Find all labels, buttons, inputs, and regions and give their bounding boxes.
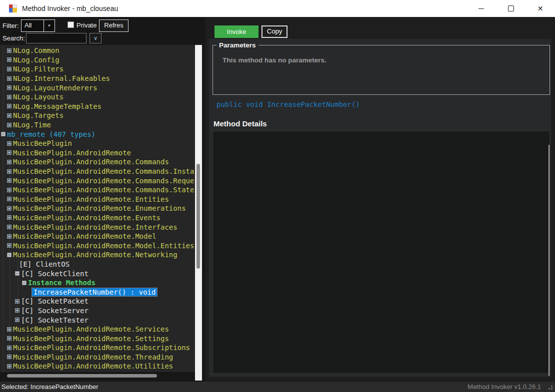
tree-vertical-scrollbar[interactable] (195, 45, 202, 381)
expand-icon[interactable]: + (7, 150, 12, 155)
tree-item[interactable]: −MusicBeePlugin.AndroidRemote.Networking (0, 250, 195, 260)
tree-item[interactable]: +NLog.Internal.Fakeables (0, 74, 195, 83)
tree-item[interactable]: [E] ClientOS (0, 260, 195, 269)
expand-icon[interactable]: + (7, 85, 12, 90)
expand-icon[interactable]: + (7, 197, 12, 201)
tree-item[interactable]: +NLog.Targets (0, 111, 195, 120)
expand-icon[interactable]: + (15, 308, 20, 313)
collapse-icon[interactable]: − (22, 281, 26, 285)
tree-item[interactable]: +MusicBeePlugin.AndroidRemote.Subscripti… (0, 343, 195, 353)
tree-item[interactable]: +MusicBeePlugin.AndroidRemote.Model (0, 232, 195, 241)
tree-item[interactable]: +MusicBeePlugin.AndroidRemote.Services (0, 325, 195, 334)
expand-icon[interactable]: + (7, 76, 12, 81)
minimize-button[interactable] (466, 0, 496, 17)
collapse-icon[interactable]: − (1, 132, 6, 136)
tree-item[interactable]: +MusicBeePlugin.AndroidRemote.Events (0, 213, 195, 223)
tree-item[interactable]: +MusicBeePlugin.AndroidRemote.Commands (0, 157, 195, 167)
expand-icon[interactable]: + (7, 215, 12, 220)
tree-item[interactable]: IncreasePacketNumber() : void (0, 287, 195, 297)
tree-item-label: NLog.Internal.Fakeables (13, 74, 110, 82)
collapse-icon[interactable]: − (15, 271, 20, 276)
expand-icon[interactable]: + (7, 364, 12, 369)
tree-item[interactable]: +NLog.Filters (0, 64, 195, 74)
close-button[interactable]: ✕ (526, 0, 555, 17)
tree-vertical-scrollbar-thumb[interactable] (196, 164, 200, 269)
expand-icon[interactable]: + (7, 104, 12, 108)
tree-item-label: MusicBeePlugin.AndroidRemote.Networking (13, 251, 178, 259)
tree-item[interactable]: +MusicBeePlugin.AndroidRemote.Commands.S… (0, 185, 195, 195)
window-controls: ✕ (466, 0, 555, 17)
expand-icon[interactable]: + (7, 169, 12, 174)
expand-icon[interactable]: + (15, 299, 20, 304)
expand-icon[interactable]: + (7, 57, 12, 62)
tree-item[interactable]: +MusicBeePlugin.AndroidRemote.Enumeratio… (0, 204, 195, 213)
tree-item[interactable]: +MusicBeePlugin.AndroidRemote.Model.Enti… (0, 241, 195, 250)
expand-icon[interactable]: + (7, 355, 12, 359)
tree-item[interactable]: +NLog.MessageTemplates (0, 102, 195, 111)
maximize-button[interactable] (496, 0, 526, 17)
expand-icon[interactable]: + (7, 327, 12, 332)
expand-icon[interactable]: + (7, 225, 12, 229)
tree-item[interactable]: +NLog.Time (0, 120, 195, 130)
tree-item-label: NLog.LayoutRenderers (13, 84, 98, 92)
tree-item-label: MusicBeePlugin.AndroidRemote.Subscriptio… (13, 344, 190, 352)
tree-item-label: MusicBeePlugin (13, 139, 72, 147)
tree-item[interactable]: +NLog.Config (0, 55, 195, 65)
tree-item-label: Instance Methods (28, 279, 96, 287)
search-input[interactable] (26, 33, 86, 43)
tree-item[interactable]: +[C] SocketServer (0, 306, 195, 316)
expand-icon[interactable]: + (7, 141, 12, 146)
tree-item[interactable]: +NLog.LayoutRenderers (0, 83, 195, 92)
expand-icon[interactable]: + (7, 188, 12, 192)
tree-item-label: MusicBeePlugin.AndroidRemote.Utilities (13, 362, 173, 370)
tree-item[interactable]: +MusicBeePlugin.AndroidRemote.Commands.R… (0, 176, 195, 185)
expand-icon[interactable]: + (15, 318, 20, 322)
tree-item[interactable]: +[C] SocketTester (0, 315, 195, 325)
resize-grip-icon[interactable] (551, 388, 552, 390)
expand-icon[interactable]: + (7, 67, 12, 71)
search-dropdown-button[interactable]: ∨ (90, 33, 102, 43)
tree-horizontal-scrollbar-thumb[interactable] (7, 374, 157, 378)
expand-icon[interactable]: + (7, 113, 12, 118)
private-checkbox[interactable] (68, 21, 74, 28)
filter-dropdown[interactable]: All ▼ (21, 19, 55, 32)
tree-item[interactable]: +MusicBeePlugin.AndroidRemote.Utilities (0, 362, 195, 371)
expand-icon[interactable]: + (7, 206, 12, 211)
panel-scrollbar[interactable] (548, 145, 550, 376)
copy-button[interactable]: Copy (262, 25, 288, 38)
tree-item[interactable]: +NLog.Layouts (0, 92, 195, 102)
tree-item[interactable]: +NLog.Common (0, 46, 195, 55)
expand-icon[interactable]: + (7, 234, 12, 239)
expand-icon[interactable]: + (7, 95, 12, 99)
expand-icon[interactable]: + (7, 336, 12, 341)
tree-item[interactable]: +MusicBeePlugin.AndroidRemote.Threading (0, 353, 195, 362)
parameters-groupbox: Parameters This method has no parameters… (212, 45, 550, 95)
tree-item-label: NLog.MessageTemplates (13, 102, 102, 110)
tree-item[interactable]: +MusicBeePlugin.AndroidRemote.Settings (0, 334, 195, 343)
tree-item[interactable]: +MusicBeePlugin.AndroidRemote.Interfaces (0, 222, 195, 232)
tree-item-label: MusicBeePlugin.AndroidRemote.Events (13, 214, 160, 222)
invoke-button[interactable]: Invoke (214, 25, 258, 38)
tree-item[interactable]: −mb_remote (407 types) (0, 129, 195, 139)
refresh-button[interactable]: Refres (99, 19, 128, 32)
tree-item-label: MusicBeePlugin.AndroidRemote.Commands.St… (13, 186, 194, 194)
tree-item-label: MusicBeePlugin.AndroidRemote (13, 149, 131, 157)
tree-item-label: NLog.Filters (13, 65, 64, 73)
expand-icon[interactable]: + (7, 160, 12, 164)
tree-item[interactable]: +MusicBeePlugin (0, 139, 195, 148)
expand-icon[interactable]: + (7, 48, 12, 53)
tree-item[interactable]: +MusicBeePlugin.AndroidRemote.Entities (0, 195, 195, 204)
expand-icon[interactable]: + (7, 123, 12, 127)
tree-item-label: NLog.Common (13, 46, 60, 54)
tree-item[interactable]: −[C] SocketClient (0, 269, 195, 278)
tree-item-label: MusicBeePlugin.AndroidRemote.Model.Entit… (13, 242, 194, 250)
collapse-icon[interactable]: − (7, 253, 12, 257)
tree-item[interactable]: +[C] SocketPacket (0, 297, 195, 306)
namespace-tree[interactable]: +NLog.Common+NLog.Config+NLog.Filters+NL… (0, 45, 195, 372)
tree-item[interactable]: −Instance Methods (0, 278, 195, 288)
tree-item[interactable]: +MusicBeePlugin.AndroidRemote (0, 148, 195, 158)
expand-icon[interactable]: + (7, 346, 12, 350)
expand-icon[interactable]: + (7, 178, 12, 183)
expand-icon[interactable]: + (7, 243, 12, 248)
tree-item[interactable]: +MusicBeePlugin.AndroidRemote.Commands.I… (0, 167, 195, 176)
